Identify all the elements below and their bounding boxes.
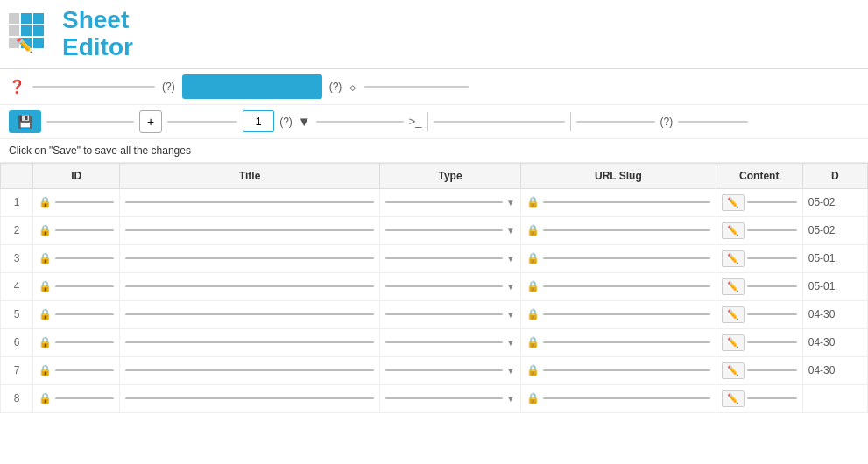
edit-content-button[interactable]: ✏️ xyxy=(722,250,745,267)
date-value: 04-30 xyxy=(808,308,836,320)
cell-type[interactable]: ▼ xyxy=(380,356,521,384)
dropdown-icon[interactable]: ▼ xyxy=(506,366,515,376)
edit-content-button[interactable]: ✏️ xyxy=(722,194,745,211)
cell-id: 🔒 xyxy=(33,328,120,356)
separator xyxy=(427,112,428,131)
cell-type[interactable]: ▼ xyxy=(380,272,521,300)
cmd-icon[interactable]: >_ xyxy=(409,115,422,128)
dropdown-icon[interactable]: ▼ xyxy=(506,226,515,236)
cell-type[interactable]: ▼ xyxy=(380,384,521,412)
edit-content-button[interactable]: ✏️ xyxy=(722,278,745,295)
table-row: 1🔒▼🔒✏️05-02 xyxy=(1,188,868,216)
lock-icon: 🔒 xyxy=(526,280,540,292)
edit-content-button[interactable]: ✏️ xyxy=(722,390,745,407)
hint-extra[interactable]: (?) xyxy=(660,116,674,128)
save-button[interactable]: 💾 xyxy=(9,110,41,133)
cell-title[interactable] xyxy=(120,384,380,412)
cell-title[interactable] xyxy=(120,300,380,328)
hint1[interactable]: (?) xyxy=(162,81,175,93)
dropdown-icon[interactable]: ▼ xyxy=(506,254,515,264)
table-row: 7🔒▼🔒✏️04-30 xyxy=(1,356,868,384)
lock-icon: 🔒 xyxy=(39,392,52,404)
cell-date xyxy=(802,384,867,412)
cell-title[interactable] xyxy=(120,244,380,272)
lock-icon: 🔒 xyxy=(39,196,52,208)
app-logo: ✏️ xyxy=(9,10,57,58)
table-row: 3🔒▼🔒✏️05-01 xyxy=(1,244,868,272)
title-value-line xyxy=(125,229,374,231)
hint2[interactable]: (?) xyxy=(329,81,342,93)
lock-icon: 🔒 xyxy=(39,336,52,348)
data-table: ID Title Type URL Slug Content D 1🔒▼🔒✏️0… xyxy=(0,163,868,413)
date-value: 04-30 xyxy=(808,364,836,376)
cell-type[interactable]: ▼ xyxy=(380,216,521,244)
cell-slug: 🔒 xyxy=(521,188,716,216)
table-header-row: ID Title Type URL Slug Content D xyxy=(1,163,868,188)
cell-date: 05-02 xyxy=(802,188,867,216)
content-line xyxy=(747,341,797,343)
add-row-button[interactable]: + xyxy=(139,110,162,133)
table-row: 5🔒▼🔒✏️04-30 xyxy=(1,300,868,328)
cell-slug: 🔒 xyxy=(521,384,716,412)
row-number: 2 xyxy=(1,216,33,244)
cell-title[interactable] xyxy=(120,328,380,356)
save-icon: 💾 xyxy=(18,115,32,129)
row-number: 7 xyxy=(1,356,33,384)
main-filter-input[interactable] xyxy=(182,74,322,99)
content-line xyxy=(747,201,797,203)
col-header-id[interactable]: ID xyxy=(33,163,120,188)
cell-content: ✏️ xyxy=(716,244,802,272)
content-line xyxy=(747,257,797,259)
col-header-content[interactable]: Content xyxy=(716,163,802,188)
cell-id: 🔒 xyxy=(33,188,120,216)
cell-title[interactable] xyxy=(120,216,380,244)
cell-slug: 🔒 xyxy=(521,328,716,356)
help-icon[interactable]: ❓ xyxy=(9,79,25,95)
slug-value-line xyxy=(543,313,710,315)
cell-content: ✏️ xyxy=(716,384,802,412)
cell-date: 04-30 xyxy=(802,328,867,356)
cell-slug: 🔒 xyxy=(521,356,716,384)
slug-value-line xyxy=(543,369,710,371)
date-value: 05-02 xyxy=(808,196,836,208)
cell-slug: 🔒 xyxy=(521,300,716,328)
edit-content-button[interactable]: ✏️ xyxy=(722,306,745,323)
dropdown-icon[interactable]: ▼ xyxy=(506,338,515,348)
cell-type[interactable]: ▼ xyxy=(380,300,521,328)
edit-content-button[interactable]: ✏️ xyxy=(722,334,745,351)
cell-title[interactable] xyxy=(120,188,380,216)
filter-icon[interactable]: ▼ xyxy=(298,114,311,129)
data-table-wrapper: ID Title Type URL Slug Content D 1🔒▼🔒✏️0… xyxy=(0,163,868,413)
row-count-input[interactable] xyxy=(243,110,274,132)
cell-type[interactable]: ▼ xyxy=(380,328,521,356)
lock-icon: 🔒 xyxy=(526,392,540,404)
id-value-line xyxy=(55,341,114,343)
content-line xyxy=(747,397,797,399)
cell-type[interactable]: ▼ xyxy=(380,244,521,272)
lock-icon: 🔒 xyxy=(526,252,540,264)
type-value-line xyxy=(385,229,503,231)
dropdown-icon[interactable]: ▼ xyxy=(506,310,515,320)
cell-type[interactable]: ▼ xyxy=(380,188,521,216)
sort-icon[interactable]: ⬦ xyxy=(349,79,357,95)
col-header-type[interactable]: Type xyxy=(380,163,521,188)
cell-title[interactable] xyxy=(120,356,380,384)
id-value-line xyxy=(55,397,114,399)
dropdown-icon[interactable]: ▼ xyxy=(506,394,515,404)
separator2 xyxy=(570,112,571,131)
title-value-line xyxy=(125,313,374,315)
slug-value-line xyxy=(543,285,710,287)
col-header-slug[interactable]: URL Slug xyxy=(521,163,716,188)
dropdown-icon[interactable]: ▼ xyxy=(506,198,515,207)
col-header-date[interactable]: D xyxy=(802,163,867,188)
lock-icon: 🔒 xyxy=(39,224,52,236)
cell-title[interactable] xyxy=(120,272,380,300)
dropdown-icon[interactable]: ▼ xyxy=(506,282,515,292)
col-header-title[interactable]: Title xyxy=(120,163,380,188)
info-message: Click on "Save" to save all the changes xyxy=(9,144,191,157)
row-number: 6 xyxy=(1,328,33,356)
edit-content-button[interactable]: ✏️ xyxy=(722,222,745,239)
hint-rows[interactable]: (?) xyxy=(279,116,293,128)
cell-id: 🔒 xyxy=(33,244,120,272)
edit-content-button[interactable]: ✏️ xyxy=(722,362,745,379)
